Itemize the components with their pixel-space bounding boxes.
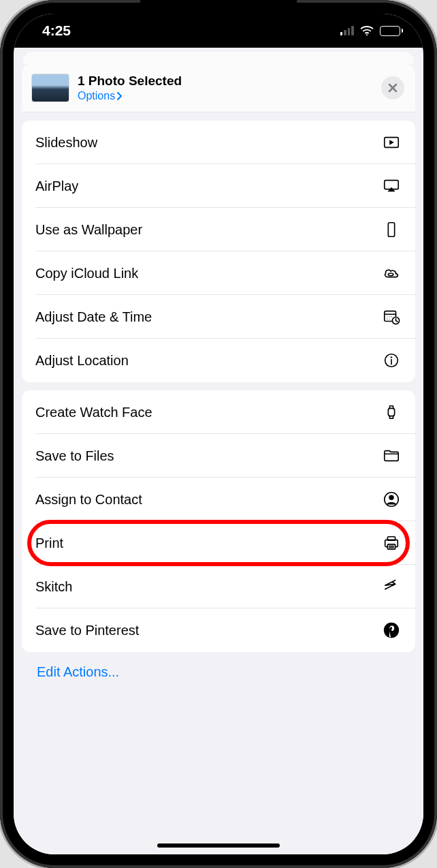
pinterest-icon xyxy=(381,620,402,640)
svg-point-19 xyxy=(389,495,393,500)
action-label: Save to Files xyxy=(35,448,381,464)
airplay-icon xyxy=(381,176,402,196)
action-label: AirPlay xyxy=(35,179,381,194)
action-row-assign-contact[interactable]: Assign to Contact xyxy=(22,478,415,521)
action-row-adjust-location[interactable]: Adjust Location xyxy=(22,339,415,382)
svg-point-4 xyxy=(388,273,393,276)
svg-point-9 xyxy=(391,316,392,317)
action-row-copy-icloud[interactable]: Copy iCloud Link xyxy=(22,251,415,295)
wifi-icon xyxy=(359,25,374,36)
play-rect-icon xyxy=(381,132,402,153)
action-label: Save to Pinterest xyxy=(35,623,381,638)
svg-point-7 xyxy=(387,316,387,317)
action-label: Use as Wallpaper xyxy=(35,222,381,238)
action-row-save-files[interactable]: Save to Files xyxy=(22,434,415,478)
device-notch xyxy=(140,0,297,23)
skitch-icon xyxy=(381,576,402,597)
selection-title: 1 Photo Selected xyxy=(78,74,381,89)
home-indicator[interactable] xyxy=(157,843,280,848)
svg-point-0 xyxy=(366,34,367,35)
cloud-link-icon xyxy=(381,263,402,283)
action-label: Assign to Contact xyxy=(35,492,381,508)
action-label: Copy iCloud Link xyxy=(35,266,381,281)
battery-icon xyxy=(380,26,404,36)
folder-icon xyxy=(381,446,402,466)
action-row-pinterest[interactable]: Save to Pinterest xyxy=(22,608,415,652)
close-button[interactable] xyxy=(381,76,404,99)
svg-point-10 xyxy=(387,319,387,320)
action-label: Slideshow xyxy=(35,135,381,151)
svg-point-11 xyxy=(389,319,390,320)
background-card xyxy=(23,52,414,64)
share-sheet-header: 1 Photo Selected Options xyxy=(22,64,415,112)
svg-rect-16 xyxy=(388,408,394,416)
contact-icon xyxy=(381,489,402,510)
action-label: Create Watch Face xyxy=(35,405,381,420)
action-group: Create Watch FaceSave to FilesAssign to … xyxy=(22,390,415,652)
action-label: Adjust Location xyxy=(35,353,381,369)
edit-actions-link[interactable]: Edit Actions... xyxy=(22,652,415,687)
svg-point-14 xyxy=(391,356,392,358)
chevron-right-icon xyxy=(116,92,123,100)
cellular-signal-icon xyxy=(340,26,354,35)
calendar-clock-icon xyxy=(381,307,402,327)
action-row-skitch[interactable]: Skitch xyxy=(22,565,415,608)
action-row-print[interactable]: Print xyxy=(22,521,415,565)
action-group: SlideshowAirPlayUse as WallpaperCopy iCl… xyxy=(22,121,415,382)
action-label: Print xyxy=(35,536,381,551)
action-label: Skitch xyxy=(35,579,381,595)
action-label: Adjust Date & Time xyxy=(35,309,381,325)
action-row-airplay[interactable]: AirPlay xyxy=(22,164,415,208)
action-row-adjust-date[interactable]: Adjust Date & Time xyxy=(22,295,415,339)
options-link[interactable]: Options xyxy=(78,90,123,102)
action-row-wallpaper[interactable]: Use as Wallpaper xyxy=(22,208,415,251)
phone-icon xyxy=(381,219,402,240)
action-row-watch-face[interactable]: Create Watch Face xyxy=(22,390,415,434)
info-icon xyxy=(381,350,402,371)
svg-rect-3 xyxy=(388,223,394,236)
status-time: 4:25 xyxy=(42,22,71,39)
close-icon xyxy=(387,82,398,93)
printer-icon xyxy=(381,533,402,553)
svg-point-8 xyxy=(389,316,390,317)
photo-thumbnail xyxy=(31,74,69,102)
svg-rect-22 xyxy=(387,544,395,549)
action-row-slideshow[interactable]: Slideshow xyxy=(22,121,415,164)
watch-icon xyxy=(381,402,402,422)
